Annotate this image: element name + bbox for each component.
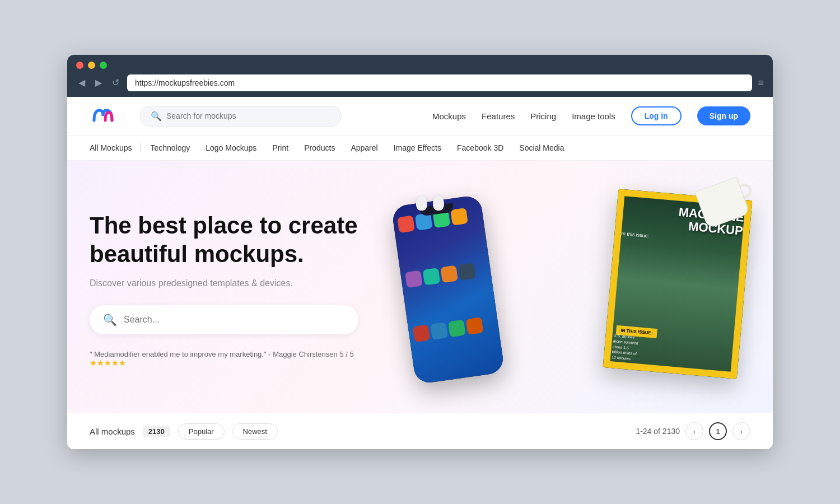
hero-search-input[interactable] (124, 315, 345, 325)
category-divider (141, 143, 141, 152)
nav-pricing[interactable]: Pricing (530, 111, 556, 121)
cup-handle (738, 182, 753, 199)
browser-window: ◀ ▶ ↺ ≡ 🔍 Mockups (67, 55, 773, 449)
nav-mockups[interactable]: Mockups (432, 111, 466, 121)
close-button[interactable] (76, 62, 83, 69)
app-icon-10 (430, 322, 448, 340)
back-button[interactable]: ◀ (76, 76, 87, 90)
app-icon-2 (415, 213, 433, 231)
category-products[interactable]: Products (296, 141, 343, 155)
magazine-bottom-text: U.S. airlinesalone survivedabout 1.6bill… (612, 333, 639, 362)
all-mockups-label: All mockups (90, 427, 135, 436)
pagination-text: 1-24 of 2130 (636, 427, 680, 436)
app-icon-8 (458, 263, 476, 281)
app-icon-12 (466, 318, 484, 335)
nav-search-input[interactable] (166, 111, 331, 120)
category-apparel[interactable]: Apparel (343, 141, 385, 155)
pagination-prev-button[interactable]: ‹ (685, 422, 703, 440)
earbud-right (433, 196, 444, 211)
nav-links: Mockups Features Pricing Image tools Log… (432, 106, 750, 125)
earbud-left (416, 196, 427, 211)
category-logo-mockups[interactable]: Logo Mockups (198, 141, 264, 155)
hero-left: The best place to create beautiful mocku… (90, 212, 381, 367)
pagination-next-button[interactable]: › (732, 422, 750, 440)
category-technology[interactable]: Technology (142, 141, 198, 155)
cup-body (694, 176, 750, 228)
testimonial-stars: ★★★★★ (90, 358, 126, 367)
category-image-effects[interactable]: Image Effects (386, 141, 449, 155)
traffic-lights (76, 62, 764, 69)
top-nav: 🔍 Mockups Features Pricing Image tools L… (67, 97, 773, 136)
category-all-mockups[interactable]: All Mockups (90, 141, 139, 155)
bottom-bar: All mockups 2130 Popular Newest 1-24 of … (67, 413, 773, 449)
cup-mockup (694, 183, 750, 234)
forward-button[interactable]: ▶ (93, 76, 104, 90)
browser-menu-button[interactable]: ≡ (758, 77, 764, 89)
login-button[interactable]: Log in (631, 106, 682, 125)
phone-screen (391, 194, 505, 384)
hero-search-bar[interactable]: 🔍 (90, 305, 358, 334)
testimonial-rating: 5 / 5 (339, 350, 353, 358)
search-icon: 🔍 (151, 111, 162, 122)
app-icon-6 (423, 268, 441, 286)
hero-section: The best place to create beautiful mocku… (67, 161, 773, 413)
sort-popular-button[interactable]: Popular (178, 423, 225, 440)
sort-newest-button[interactable]: Newest (232, 423, 278, 440)
testimonial-quote: " Mediamodifier enabled me to improve my… (90, 350, 267, 358)
earbuds-mockup (414, 194, 446, 214)
pagination-current-page[interactable]: 1 (709, 422, 727, 440)
site-content: 🔍 Mockups Features Pricing Image tools L… (67, 97, 773, 449)
category-facebook-3d[interactable]: Facebook 3D (449, 141, 511, 155)
address-input[interactable] (127, 74, 752, 91)
app-icon-5 (405, 270, 423, 288)
pagination: 1-24 of 2130 ‹ 1 › (636, 422, 750, 440)
category-social-media[interactable]: Social Media (511, 141, 572, 155)
app-icon-9 (413, 325, 431, 343)
hero-right: MAGAZINEMOCKUP In this issue: IN THIS IS… (381, 189, 750, 390)
logo[interactable] (90, 105, 123, 127)
nav-features[interactable]: Features (482, 111, 515, 121)
hero-subtitle: Discover various predesigned templates &… (90, 278, 381, 288)
minimize-button[interactable] (88, 62, 95, 69)
app-icon-4 (450, 208, 468, 226)
maximize-button[interactable] (100, 62, 107, 69)
phone-mockup (391, 194, 505, 384)
signup-button[interactable]: Sign up (697, 106, 750, 125)
category-print[interactable]: Print (264, 141, 296, 155)
nav-search-bar[interactable]: 🔍 (140, 106, 342, 127)
app-icon-1 (397, 215, 415, 233)
category-nav: All Mockups Technology Logo Mockups Prin… (67, 136, 773, 161)
hero-search-icon: 🔍 (103, 313, 117, 326)
address-bar-row: ◀ ▶ ↺ ≡ (76, 74, 764, 91)
testimonial-author: - Maggie Chirstensen (268, 350, 338, 358)
hero-title: The best place to create beautiful mocku… (90, 212, 381, 268)
mockups-count-badge: 2130 (143, 426, 170, 437)
browser-chrome: ◀ ▶ ↺ ≡ (67, 55, 773, 97)
app-icon-7 (440, 265, 458, 283)
refresh-button[interactable]: ↺ (110, 76, 122, 90)
app-icon-11 (448, 320, 466, 338)
nav-image-tools[interactable]: Image tools (572, 111, 615, 121)
hero-testimonial: " Mediamodifier enabled me to improve my… (90, 350, 381, 367)
